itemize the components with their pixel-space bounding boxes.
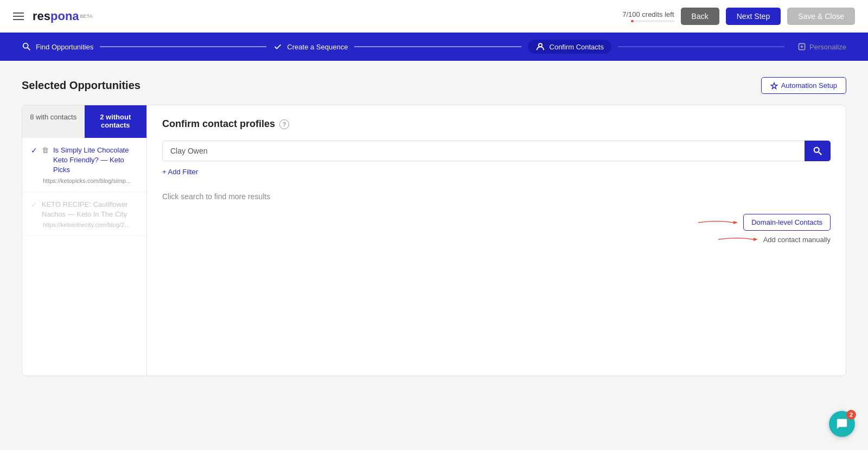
progress-line-2 — [354, 46, 521, 47]
step-confirm-contacts-label: Confirm Contacts — [550, 43, 604, 51]
tab-with-contacts[interactable]: 8 with contacts — [22, 105, 85, 138]
content-area: 8 with contacts 2 without contacts ✓ 🗑 I… — [22, 105, 846, 376]
back-button[interactable]: Back — [681, 8, 719, 25]
domain-contacts-row: Domain-level Contacts — [695, 214, 831, 231]
svg-point-7 — [814, 148, 819, 153]
search-button[interactable] — [805, 141, 831, 161]
page-title: Selected Opportunities — [22, 79, 141, 92]
svg-line-1 — [28, 48, 30, 50]
opportunity-item-2[interactable]: ✓ KETO RECIPE: Cauliflower Nachos — Keto… — [22, 192, 146, 236]
domain-contacts-area: Domain-level Contacts Add contact manual… — [695, 214, 831, 244]
credits-bar-fill — [631, 20, 634, 22]
main-content: Selected Opportunities Automation Setup … — [0, 61, 868, 392]
left-panel: 8 with contacts 2 without contacts ✓ 🗑 I… — [22, 105, 147, 376]
opportunity-item-1[interactable]: ✓ 🗑 Is Simply Lite Chocolate Keto Friend… — [22, 138, 146, 192]
step-find-opportunities: Find Opportunities — [22, 42, 93, 52]
section-header: Selected Opportunities Automation Setup — [22, 77, 846, 94]
progress-line-1 — [100, 46, 266, 47]
app-header: respona BETA 7/100 credits left Back Nex… — [0, 0, 868, 33]
header-left: respona BETA — [13, 9, 92, 23]
svg-marker-6 — [771, 83, 777, 88]
logo-beta: BETA — [80, 14, 93, 19]
search-row — [162, 141, 831, 161]
opp-url-2: https://ketointhecity.com/blog/2... — [43, 221, 138, 228]
tab-without-contacts[interactable]: 2 without contacts — [85, 105, 147, 138]
logo-re: res — [33, 9, 50, 23]
step-personalize: Personalize — [797, 42, 846, 51]
domain-level-contacts-button[interactable]: Domain-level Contacts — [743, 214, 831, 231]
check-icon-2: ✓ — [31, 200, 37, 209]
click-search-message: Click search to find more results — [162, 192, 831, 201]
tabs-row: 8 with contacts 2 without contacts — [22, 105, 146, 138]
opp-title-1: Is Simply Lite Chocolate Keto Friendly? … — [53, 145, 138, 175]
search-input[interactable] — [162, 141, 805, 161]
add-filter-button[interactable]: + Add Filter — [162, 168, 831, 176]
opp-item-1-header: ✓ 🗑 Is Simply Lite Chocolate Keto Friend… — [31, 145, 138, 175]
next-step-button[interactable]: Next Step — [726, 8, 781, 25]
confirm-title-row: Confirm contact profiles ? — [162, 118, 831, 130]
credits-info: 7/100 credits left — [622, 10, 674, 22]
step-find-opportunities-label: Find Opportunities — [36, 43, 93, 51]
confirm-title-text: Confirm contact profiles — [162, 118, 275, 130]
header-right: 7/100 credits left Back Next Step Save &… — [622, 8, 855, 25]
credits-bar — [631, 20, 674, 22]
progress-line-3 — [618, 46, 784, 47]
credits-text: 7/100 credits left — [622, 10, 674, 18]
hamburger-icon[interactable] — [13, 12, 24, 20]
add-filter-label: + Add Filter — [162, 168, 198, 176]
opp-title-2: KETO RECIPE: Cauliflower Nachos — Keto I… — [42, 200, 138, 219]
trash-icon-1[interactable]: 🗑 — [42, 146, 49, 154]
save-close-button[interactable]: Save & Close — [787, 8, 855, 25]
right-panel: Confirm contact profiles ? + Add Filter … — [147, 105, 846, 376]
progress-bar: Find Opportunities Create a Sequence Con… — [0, 33, 868, 61]
svg-line-8 — [819, 152, 821, 155]
add-manually-row: Add contact manually — [716, 235, 831, 244]
logo-spona: pona — [50, 9, 79, 23]
opp-url-1: https://ketopicks.com/blog/simp... — [43, 178, 138, 184]
opp-item-2-header: ✓ KETO RECIPE: Cauliflower Nachos — Keto… — [31, 200, 138, 219]
check-icon-1: ✓ — [31, 146, 37, 155]
step-create-sequence: Create a Sequence — [273, 42, 348, 52]
add-manually-link[interactable]: Add contact manually — [763, 236, 831, 244]
step-confirm-contacts: Confirm Contacts — [528, 40, 611, 54]
svg-marker-9 — [733, 221, 738, 224]
svg-marker-10 — [754, 238, 758, 241]
step-create-sequence-label: Create a Sequence — [287, 43, 348, 51]
svg-point-0 — [23, 43, 28, 48]
help-icon[interactable]: ? — [279, 119, 289, 129]
step-personalize-label: Personalize — [809, 43, 846, 51]
automation-setup-button[interactable]: Automation Setup — [761, 77, 846, 94]
automation-setup-label: Automation Setup — [781, 81, 837, 90]
logo: respona BETA — [33, 9, 92, 23]
